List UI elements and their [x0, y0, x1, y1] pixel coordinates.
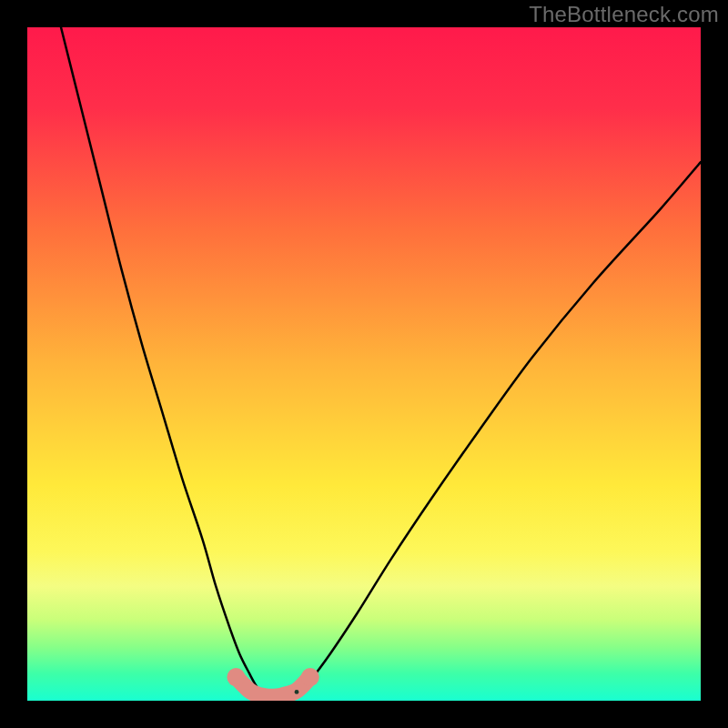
watermark-text: TheBottleneck.com — [529, 2, 719, 27]
plot-area — [27, 27, 701, 701]
gradient-background — [27, 27, 701, 701]
optimal-band-cap-1 — [301, 668, 319, 686]
min-point-dot — [295, 690, 299, 694]
optimal-band-cap-0 — [227, 668, 245, 686]
chart-svg — [27, 27, 701, 701]
chart-frame: TheBottleneck.com — [0, 0, 728, 728]
